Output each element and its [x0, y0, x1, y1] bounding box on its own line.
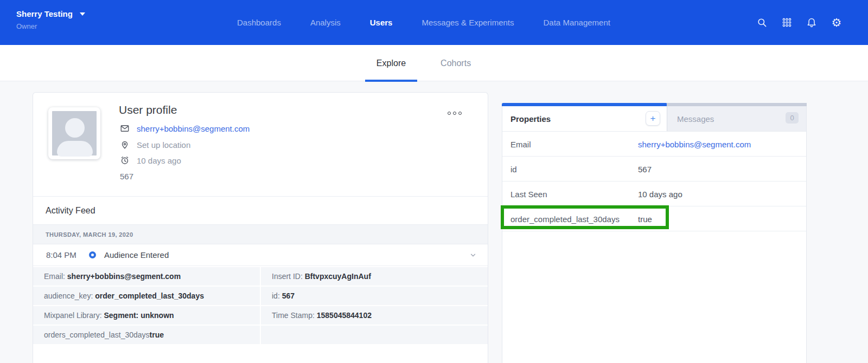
tab-properties-label: Properties [510, 114, 551, 124]
profile-email-row: sherry+bobbins@segment.com [120, 124, 250, 133]
event-detail-cell: Email: sherry+bobbins@segment.com [33, 267, 260, 286]
nav-item-users[interactable]: Users [370, 18, 393, 27]
activity-feed-header: Activity Feed [33, 197, 488, 225]
page-tabbar: Explore Cohorts [0, 45, 868, 81]
property-row-order-completed: order_completed_last_30days true [502, 206, 806, 231]
messages-count-badge: 0 [786, 112, 799, 124]
property-row-id: id 567 [502, 157, 806, 182]
avatar [48, 107, 100, 159]
profile-email-link[interactable]: sherry+bobbins@segment.com [137, 124, 250, 133]
nav-item-dashboards[interactable]: Dashboards [237, 18, 281, 27]
tab-messages[interactable]: Messages 0 [667, 103, 806, 131]
profile-location-text[interactable]: Set up location [137, 140, 190, 150]
app-root: Sherry Testing Owner Dashboards Analysis… [0, 0, 868, 363]
content-area: User profile sherry+bobbins@segment.com … [0, 81, 868, 363]
project-switcher[interactable]: Sherry Testing Owner [16, 9, 85, 30]
activity-feed-title: Activity Feed [46, 206, 95, 216]
event-details-table: Email: sherry+bobbins@segment.com Insert… [33, 266, 488, 344]
page-title: User profile [119, 103, 177, 116]
property-row-email: Email sherry+bobbins@segment.com [502, 132, 806, 157]
tab-explore[interactable]: Explore [365, 45, 417, 81]
chevron-down-icon[interactable] [469, 251, 477, 259]
nav-item-messages-experiments[interactable]: Messages & Experiments [422, 18, 514, 27]
dot-icon [448, 112, 451, 115]
avatar-head-shape [65, 118, 85, 138]
activity-date-header: THURSDAY, MARCH 19, 2020 [33, 225, 488, 244]
notifications-bell-icon[interactable] [806, 17, 817, 28]
add-property-button[interactable]: + [646, 111, 660, 126]
tab-explore-label: Explore [376, 59, 406, 68]
location-pin-icon [120, 140, 130, 150]
event-detail-cell: audience_key: order_completed_last_30day… [33, 287, 260, 305]
chevron-down-icon [80, 12, 85, 16]
event-detail-cell: orders_completed_last_30daystrue [33, 326, 260, 344]
avatar-body-shape [57, 141, 93, 157]
alarm-clock-icon [120, 155, 130, 165]
project-role: Owner [16, 22, 85, 30]
event-name: Audience Entered [104, 250, 169, 260]
event-dot-icon [89, 251, 96, 258]
event-detail-cell-empty [261, 326, 488, 344]
event-detail-cell: id: 567 [261, 287, 488, 305]
profile-header: User profile sherry+bobbins@segment.com … [33, 93, 488, 197]
tab-cohorts-label: Cohorts [441, 59, 471, 68]
project-name: Sherry Testing [16, 9, 73, 18]
dot-icon [458, 112, 462, 115]
panel-tabs: Properties + Messages 0 [502, 103, 806, 132]
envelope-icon [120, 124, 130, 133]
tab-properties[interactable]: Properties + [502, 103, 667, 131]
profile-location-row: Set up location [120, 140, 190, 150]
settings-gear-icon[interactable]: ⚙ [831, 17, 842, 28]
dot-icon [453, 112, 456, 115]
apps-grid-icon[interactable] [781, 17, 792, 28]
nav-item-analysis[interactable]: Analysis [310, 18, 341, 27]
navbar-icons: ⚙ [756, 0, 842, 45]
profile-id: 567 [120, 172, 133, 181]
property-row-last-seen: Last Seen 10 days ago [502, 182, 806, 206]
event-detail-cell: Time Stamp: 1585045844102 [261, 306, 488, 325]
tab-messages-label: Messages [677, 114, 714, 124]
nav-item-data-management[interactable]: Data Management [544, 18, 610, 27]
activity-event-row[interactable]: 8:04 PM Audience Entered [33, 244, 488, 266]
more-options-button[interactable] [445, 109, 464, 117]
main-nav: Dashboards Analysis Users Messages & Exp… [237, 0, 610, 45]
profile-lastseen-row: 10 days ago [120, 155, 181, 165]
properties-panel: Properties + Messages 0 Email sherry+bob… [502, 103, 807, 363]
tab-cohorts[interactable]: Cohorts [429, 45, 482, 81]
top-navbar: Sherry Testing Owner Dashboards Analysis… [0, 0, 868, 45]
profile-lastseen-text: 10 days ago [137, 156, 181, 165]
properties-table: Email sherry+bobbins@segment.com id 567 … [502, 132, 806, 231]
user-profile-card: User profile sherry+bobbins@segment.com … [33, 92, 488, 363]
property-email-link[interactable]: sherry+bobbins@segment.com [638, 139, 751, 148]
event-detail-cell: Insert ID: BftvpxcuyAgInAuf [261, 267, 488, 286]
event-detail-cell: Mixpanel Library: Segment: unknown [33, 306, 260, 325]
search-icon[interactable] [756, 17, 767, 28]
event-time: 8:04 PM [46, 250, 89, 260]
